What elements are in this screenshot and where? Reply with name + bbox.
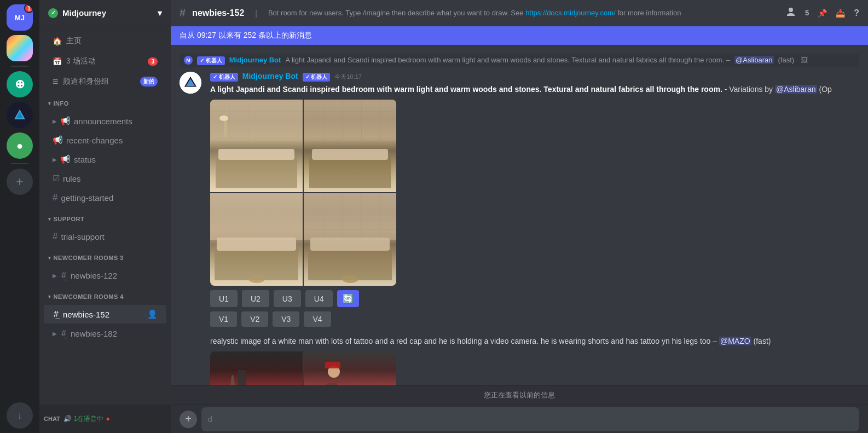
verified-icon: ✓ xyxy=(48,8,58,18)
channel-trial-support[interactable]: # trial-support xyxy=(44,227,166,246)
image-cell-2[interactable] xyxy=(304,100,396,192)
hash-icon-1: # xyxy=(53,192,57,203)
preview-author: Midjourney Bot xyxy=(229,56,281,64)
message-author-mj: Midjourney Bot xyxy=(242,72,298,80)
category-chevron-nr3: ▾ xyxy=(48,255,51,261)
preview-text: A light Japandi and Scandi inspired bedr… xyxy=(285,56,730,64)
chevron-icon: ▾ xyxy=(158,8,162,18)
server-icon-midjourney[interactable] xyxy=(7,35,33,61)
mazo-mention: @MAZO xyxy=(719,337,751,345)
action-buttons-row2: V1 V2 V3 V4 xyxy=(210,311,859,327)
image-grid xyxy=(210,100,396,286)
v4-button[interactable]: V4 xyxy=(304,311,331,327)
image-cell-4[interactable] xyxy=(304,193,396,286)
channel-chevron-122: ▶ xyxy=(53,273,57,279)
channel-newbies-122[interactable]: ▶ #̲ newbies-122 xyxy=(44,266,166,285)
preview-mention: @Aslibaran xyxy=(734,56,773,64)
server-icon-green[interactable]: ● xyxy=(7,132,33,159)
channel-header: # newbies-152 | Bot room for new users. … xyxy=(171,0,868,26)
member-icon: 👤 xyxy=(147,309,158,319)
chat-label: CHAT xyxy=(44,415,60,422)
category-support[interactable]: ▾ SUPPORT xyxy=(39,211,171,227)
v1-button[interactable]: V1 xyxy=(210,311,237,327)
hash-icon-4: #̲ xyxy=(53,309,60,319)
u4-button[interactable]: U4 xyxy=(305,290,333,307)
tattoo-speed: (fast) xyxy=(754,337,771,345)
category-chevron-support: ▾ xyxy=(48,216,51,222)
channel-label-newbies-122: newbies-122 xyxy=(71,271,117,280)
channel-chevron: ▶ xyxy=(53,118,57,124)
message-header-mj: ✓ 机器人 Midjourney Bot ✓ 机器人 今天10:17 xyxy=(210,72,859,82)
speaker-icon: 🔊 xyxy=(63,415,72,423)
help-icon[interactable]: ? xyxy=(854,8,859,18)
channel-label-getting-started: getting-started xyxy=(61,193,113,203)
tattoo-description: realystic image of a white man with lots… xyxy=(210,337,710,345)
channel-rules[interactable]: ☑ rules xyxy=(44,169,166,188)
channel-getting-started[interactable]: # getting-started xyxy=(44,188,166,207)
message-text-mj: A light Japandi and Scandi inspired bedr… xyxy=(210,84,859,95)
message-timestamp: 今天10:17 xyxy=(334,73,362,81)
channel-label-rules: rules xyxy=(63,174,81,183)
u1-button[interactable]: U1 xyxy=(210,290,238,307)
channel-recent-changes[interactable]: 📢 recent-changes xyxy=(44,131,166,149)
server-title: Midjourney xyxy=(62,8,106,18)
chat-input-container: d xyxy=(201,407,859,431)
members-icon[interactable] xyxy=(785,7,796,19)
server-icon-openai[interactable]: ⊕ xyxy=(7,71,33,97)
channel-label-announcements: announcements xyxy=(74,117,132,126)
image-cell-3[interactable] xyxy=(210,193,303,286)
server-icon-sail[interactable] xyxy=(7,102,33,128)
robot-badge-3: ✓ 机器人 xyxy=(303,73,331,82)
category-chevron-info: ▾ xyxy=(48,101,51,106)
channel-announcements[interactable]: ▶ 📢 announcements xyxy=(44,112,166,130)
channels-list: 🏠 主页 📅 3 场活动 3 ≡ 频道和身份组 新的 ▾ INFO ▶ 📢 an… xyxy=(39,26,171,405)
server-icon-download[interactable]: ↓ xyxy=(7,402,33,429)
server-icon-notification[interactable]: MJ 1 xyxy=(7,4,33,31)
nav-item-channels-roles[interactable]: ≡ 频道和身份组 新的 xyxy=(44,72,166,91)
notification-banner[interactable]: 自从 09:27 以来有 252 条以上的新消息 xyxy=(171,26,868,45)
add-server-button[interactable]: + xyxy=(7,169,33,195)
person-image-grid xyxy=(210,351,396,385)
channel-status[interactable]: ▶ 📢 status xyxy=(44,150,166,169)
add-attachment-button[interactable]: + xyxy=(180,411,197,428)
category-label-support: SUPPORT xyxy=(54,216,85,222)
category-info[interactable]: ▾ INFO xyxy=(39,96,171,111)
message-mention: @Aslibaran xyxy=(775,85,817,94)
header-icons: 5 📌 📥 ? xyxy=(785,7,859,19)
channel-newbies-152[interactable]: #̲ newbies-152 👤 xyxy=(44,305,166,324)
server-name: ✓ Midjourney xyxy=(48,8,106,18)
image-cell-1[interactable] xyxy=(210,100,303,192)
message-preview-row: M ✓ 机器人 Midjourney Bot A light Japandi a… xyxy=(180,54,859,67)
category-newcomer-3[interactable]: ▾ NEWCOMER ROOMS 3 xyxy=(39,250,171,265)
nav-item-events[interactable]: 📅 3 场活动 3 xyxy=(44,51,166,71)
channel-newbies-182[interactable]: ▶ #̲ newbies-182 xyxy=(44,324,166,343)
channel-chevron-182: ▶ xyxy=(53,331,57,337)
notification-text: 自从 09:27 以来有 252 条以上的新消息 xyxy=(180,31,312,41)
preview-bot-badge: ✓ 机器人 xyxy=(197,56,225,65)
refresh-button[interactable]: 🔄 xyxy=(337,290,359,307)
channel-sidebar: ✓ Midjourney ▾ 🏠 主页 📅 3 场活动 3 ≡ 频道和身份组 新… xyxy=(39,0,171,433)
v3-button[interactable]: V3 xyxy=(273,311,299,327)
announcement-icon-2: 📢 xyxy=(53,135,63,145)
docs-link[interactable]: https://docs.midjourney.com/ xyxy=(525,9,616,17)
message-bold-text: A light Japandi and Scandi inspired bedr… xyxy=(210,85,722,94)
preview-suffix: (fast) xyxy=(778,56,795,64)
header-divider: | xyxy=(255,9,257,18)
bottom-banner[interactable]: 您正在查看以前的信息 xyxy=(171,385,868,405)
channels-roles-icon: ≡ xyxy=(53,76,59,88)
person-image-2[interactable] xyxy=(304,351,396,385)
server-header[interactable]: ✓ Midjourney ▾ xyxy=(39,0,171,26)
main-content: # newbies-152 | Bot room for new users. … xyxy=(171,0,868,433)
inbox-icon[interactable]: 📥 xyxy=(836,9,845,18)
pin-icon[interactable]: 📌 xyxy=(818,9,827,18)
category-newcomer-4[interactable]: ▾ NEWCOMER ROOMS 4 xyxy=(39,289,171,304)
u2-button[interactable]: U2 xyxy=(242,290,269,307)
person-image-1[interactable] xyxy=(210,351,303,385)
new-badge: 新的 xyxy=(140,77,158,86)
bottom-banner-text: 您正在查看以前的信息 xyxy=(484,391,555,399)
hash-icon-5: #̲ xyxy=(60,328,67,338)
nav-item-home[interactable]: 🏠 主页 xyxy=(44,31,166,51)
category-chevron-nr4: ▾ xyxy=(48,294,51,299)
u3-button[interactable]: U3 xyxy=(274,290,301,307)
v2-button[interactable]: V2 xyxy=(241,311,268,327)
